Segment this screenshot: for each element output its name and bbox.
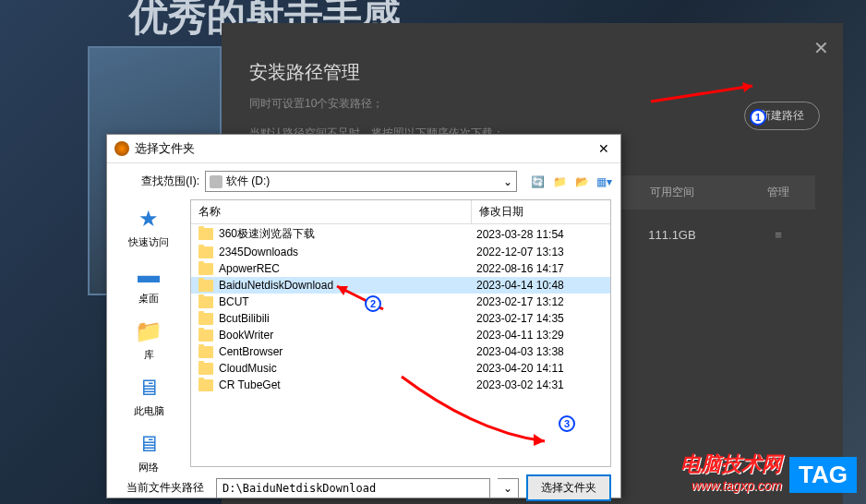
sidebar-item[interactable]: ★快速访问 bbox=[128, 204, 169, 249]
folder-icon bbox=[198, 330, 213, 342]
folder-row[interactable]: CentBrowser2023-04-03 13:38 bbox=[191, 343, 610, 360]
dialog-titlebar: 选择文件夹 ✕ bbox=[107, 135, 620, 163]
up-folder-icon[interactable]: 📁 bbox=[552, 174, 567, 189]
folder-date: 2023-02-17 14:35 bbox=[469, 312, 603, 325]
path-label: 当前文件夹路径 bbox=[116, 480, 209, 496]
dialog-close-icon[interactable]: ✕ bbox=[595, 141, 613, 156]
folder-icon bbox=[198, 246, 213, 258]
folder-icon bbox=[198, 379, 213, 391]
annotation-badge-3: 3 bbox=[559, 415, 575, 432]
th-manage: 管理 bbox=[741, 185, 815, 200]
folder-date: 2022-08-16 14:17 bbox=[469, 262, 603, 275]
folder-name: ApowerREC bbox=[219, 262, 469, 275]
folder-row[interactable]: 2345Downloads2022-12-07 13:13 bbox=[191, 244, 610, 260]
row-manage-icon[interactable]: ≡ bbox=[741, 228, 815, 242]
folder-name: 360极速浏览器下载 bbox=[219, 226, 469, 242]
folder-date: 2023-02-17 13:12 bbox=[469, 295, 603, 308]
svg-line-0 bbox=[651, 86, 752, 102]
folder-row[interactable]: 360极速浏览器下载2023-03-28 11:54 bbox=[191, 224, 610, 244]
view-icon[interactable]: ▦▾ bbox=[596, 174, 611, 189]
folder-icon bbox=[198, 280, 213, 292]
row-space: 111.1GB bbox=[603, 228, 741, 242]
sidebar-item[interactable]: 🖥网络 bbox=[134, 429, 163, 474]
watermark: 电脑技术网 www.tagxp.com TAG bbox=[680, 450, 857, 493]
annotation-arrow-3 bbox=[392, 367, 559, 450]
folder-date: 2023-03-28 11:54 bbox=[469, 228, 603, 241]
path-dropdown-icon[interactable]: ⌄ bbox=[498, 478, 519, 498]
folder-icon bbox=[198, 296, 213, 308]
folder-icon bbox=[198, 363, 213, 375]
annotation-arrow-2 bbox=[328, 282, 392, 318]
new-folder-icon[interactable]: 📂 bbox=[574, 174, 589, 189]
folder-row[interactable]: ApowerREC2022-08-16 14:17 bbox=[191, 260, 610, 277]
dialog-toolbar: 查找范围(I): 软件 (D:) ⌄ 🔄 📁 📂 ▦▾ bbox=[107, 163, 620, 199]
drive-icon bbox=[210, 175, 223, 188]
col-date[interactable]: 修改日期 bbox=[472, 200, 610, 223]
folder-row[interactable]: BookWriter2023-04-11 13:29 bbox=[191, 327, 610, 343]
sidebar-item[interactable]: 🖥此电脑 bbox=[134, 373, 164, 418]
sidebar-icon: 🖥 bbox=[134, 373, 163, 402]
folder-date: 2023-04-03 13:38 bbox=[469, 345, 603, 358]
folder-date: 2023-04-14 10:48 bbox=[469, 279, 603, 292]
sidebar-label: 库 bbox=[144, 348, 154, 362]
range-label: 查找范围(I): bbox=[116, 174, 199, 189]
chevron-down-icon: ⌄ bbox=[503, 175, 512, 188]
folder-icon bbox=[198, 313, 213, 325]
watermark-url: www.tagxp.com bbox=[680, 478, 782, 493]
folder-row[interactable]: BcutBilibili2023-02-17 14:35 bbox=[191, 310, 610, 327]
sidebar-icon: 🖥 bbox=[134, 429, 163, 459]
sidebar-label: 网络 bbox=[138, 461, 159, 474]
sidebar-label: 快速访问 bbox=[128, 235, 169, 249]
folder-name: BookWriter bbox=[219, 329, 469, 342]
folder-name: 2345Downloads bbox=[219, 246, 469, 258]
sidebar-item[interactable]: 📁库 bbox=[134, 317, 163, 362]
dialog-app-icon bbox=[114, 141, 129, 156]
sidebar-item[interactable]: ▬桌面 bbox=[134, 260, 163, 306]
sidebar-icon: ★ bbox=[134, 204, 163, 234]
annotation-arrow-1 bbox=[646, 78, 766, 106]
sidebar-label: 桌面 bbox=[138, 292, 159, 306]
dialog-sidebar: ★快速访问▬桌面📁库🖥此电脑🖥网络 bbox=[107, 199, 190, 467]
list-header: 名称 修改日期 bbox=[191, 200, 610, 224]
sidebar-icon: 📁 bbox=[134, 317, 163, 346]
th-space: 可用空间 bbox=[603, 185, 741, 200]
watermark-cn: 电脑技术网 bbox=[680, 450, 782, 478]
back-icon[interactable]: 🔄 bbox=[530, 174, 545, 189]
annotation-badge-2: 2 bbox=[365, 295, 381, 312]
sidebar-label: 此电脑 bbox=[134, 404, 164, 418]
folder-row[interactable]: BCUT2023-02-17 13:12 bbox=[191, 294, 610, 310]
sidebar-icon: ▬ bbox=[134, 260, 163, 290]
folder-icon bbox=[198, 346, 213, 358]
folder-icon bbox=[198, 228, 213, 240]
drive-name: 软件 (D:) bbox=[226, 174, 270, 189]
watermark-tag: TAG bbox=[789, 457, 857, 493]
folder-date: 2022-12-07 13:13 bbox=[469, 246, 603, 258]
folder-row[interactable]: BaiduNetdiskDownload2023-04-14 10:48 bbox=[191, 277, 610, 294]
folder-name: CentBrowser bbox=[219, 345, 469, 358]
drive-select[interactable]: 软件 (D:) ⌄ bbox=[205, 171, 517, 192]
close-icon[interactable]: ✕ bbox=[813, 37, 829, 59]
folder-date: 2023-04-11 13:29 bbox=[469, 329, 603, 342]
folder-icon bbox=[198, 263, 213, 275]
dialog-title: 选择文件夹 bbox=[135, 140, 595, 157]
path-input[interactable] bbox=[216, 478, 490, 498]
col-name[interactable]: 名称 bbox=[191, 200, 472, 223]
annotation-badge-1: 1 bbox=[750, 109, 766, 126]
select-folder-button[interactable]: 选择文件夹 bbox=[526, 474, 611, 501]
